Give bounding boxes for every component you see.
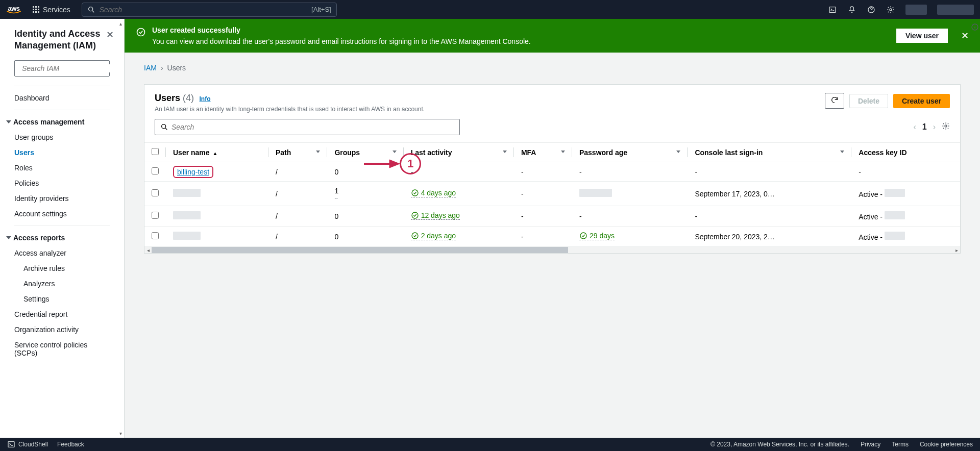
cloudshell-icon[interactable] xyxy=(828,5,837,14)
select-all-checkbox[interactable] xyxy=(152,148,159,155)
sidebar-item-archive-rules[interactable]: Archive rules xyxy=(0,261,124,276)
row-checkbox[interactable] xyxy=(152,167,159,174)
chevron-down-icon xyxy=(316,151,320,153)
search-icon xyxy=(87,6,95,14)
sidebar-item-user-groups[interactable]: User groups xyxy=(0,130,124,145)
cell-signin: - xyxy=(688,206,851,227)
table-settings-button[interactable] xyxy=(942,122,950,132)
sidebar-item-account-settings[interactable]: Account settings xyxy=(0,206,124,221)
global-search[interactable]: [Alt+S] xyxy=(82,3,337,17)
account-menu[interactable] xyxy=(937,5,974,15)
prev-page-button[interactable]: ‹ xyxy=(913,122,916,132)
redacted-user xyxy=(173,211,201,219)
table-search-input[interactable] xyxy=(172,123,454,131)
sidebar-item-roles[interactable]: Roles xyxy=(0,160,124,176)
breadcrumb-iam[interactable]: IAM xyxy=(144,64,157,72)
cell-signin: September 20, 2023, 2… xyxy=(688,227,851,247)
sidebar-group-access[interactable]: Access management xyxy=(0,114,124,130)
col-last-activity[interactable]: Last activity xyxy=(404,143,514,162)
sidebar-item-org-activity[interactable]: Organization activity xyxy=(0,322,124,337)
settings-icon[interactable] xyxy=(886,5,895,14)
notifications-icon[interactable] xyxy=(847,5,856,14)
row-checkbox[interactable] xyxy=(152,189,159,196)
col-mfa[interactable]: MFA xyxy=(514,143,572,162)
sidebar-item-access-analyzer[interactable]: Access analyzer xyxy=(0,245,124,261)
info-panel-toggle[interactable] xyxy=(970,22,980,32)
sidebar-item-identity-providers[interactable]: Identity providers xyxy=(0,191,124,206)
svg-point-4 xyxy=(890,9,892,11)
svg-line-12 xyxy=(165,128,167,130)
col-path[interactable]: Path xyxy=(268,143,327,162)
svg-point-10 xyxy=(137,29,145,36)
cloudshell-link[interactable]: CloudShell xyxy=(7,440,48,448)
chevron-down-icon xyxy=(6,236,11,239)
aws-logo[interactable]: aws xyxy=(6,5,21,14)
delete-button[interactable]: Delete xyxy=(849,94,888,108)
table-search[interactable] xyxy=(155,119,460,135)
help-icon[interactable] xyxy=(867,5,876,14)
top-navigation: aws Services [Alt+S] xyxy=(0,0,980,19)
cookie-link[interactable]: Cookie preferences xyxy=(920,441,973,448)
row-checkbox[interactable] xyxy=(152,232,159,239)
close-sidebar-icon[interactable]: ✕ xyxy=(106,29,114,40)
row-checkbox[interactable] xyxy=(152,212,159,219)
cell-access-key: Active - xyxy=(851,227,960,247)
sidebar-search[interactable] xyxy=(14,60,110,77)
view-user-button[interactable]: View user xyxy=(896,29,948,43)
table-header-row: User name▲ Path Groups Last activity MFA… xyxy=(144,143,960,162)
services-button[interactable]: Services xyxy=(29,4,75,16)
chevron-down-icon xyxy=(561,151,565,153)
col-user-name[interactable]: User name▲ xyxy=(166,143,268,162)
redacted-value xyxy=(885,189,905,197)
region-selector[interactable] xyxy=(905,5,927,15)
redacted-value xyxy=(885,211,905,219)
cell-mfa: - xyxy=(514,206,572,227)
cell-password-age xyxy=(572,182,688,206)
cell-password-age: - xyxy=(572,162,688,182)
sidebar-scrollbar[interactable]: ▴▾ xyxy=(117,19,124,438)
divider xyxy=(14,110,110,110)
sidebar-item-policies[interactable]: Policies xyxy=(0,176,124,191)
close-banner-icon[interactable]: ✕ xyxy=(961,30,969,41)
next-page-button[interactable]: › xyxy=(933,122,936,132)
sidebar-item-scps[interactable]: Service control policies (SCPs) xyxy=(0,337,124,361)
col-password-age[interactable]: Password age xyxy=(572,143,688,162)
col-groups[interactable]: Groups xyxy=(327,143,403,162)
cell-access-key: Active - xyxy=(851,206,960,227)
info-link[interactable]: Info xyxy=(200,95,211,103)
sidebar-item-analyzers[interactable]: Analyzers xyxy=(0,276,124,291)
feedback-link[interactable]: Feedback xyxy=(57,441,84,448)
success-banner: User created successfully You can view a… xyxy=(125,19,980,53)
global-search-input[interactable] xyxy=(100,6,307,14)
success-icon xyxy=(136,27,146,37)
col-access-key[interactable]: Access key ID xyxy=(851,143,960,162)
sidebar-group-reports[interactable]: Access reports xyxy=(0,230,124,245)
search-hint: [Alt+S] xyxy=(311,6,331,13)
sidebar-item-users[interactable]: Users xyxy=(0,145,124,160)
cell-mfa: - xyxy=(514,162,572,182)
sidebar-item-credential-report[interactable]: Credential report xyxy=(0,307,124,322)
divider xyxy=(14,225,110,226)
terms-link[interactable]: Terms xyxy=(892,441,909,448)
privacy-link[interactable]: Privacy xyxy=(861,441,880,448)
svg-rect-2 xyxy=(829,7,836,12)
horizontal-scrollbar[interactable]: ◂▸ xyxy=(144,247,960,253)
create-user-button[interactable]: Create user xyxy=(893,94,950,108)
sidebar-item-settings[interactable]: Settings xyxy=(0,291,124,307)
refresh-button[interactable] xyxy=(825,93,844,109)
svg-point-17 xyxy=(580,233,586,239)
sidebar-search-input[interactable] xyxy=(22,64,112,72)
cell-activity: 4 days ago xyxy=(404,182,514,206)
banner-title: User created successfully xyxy=(152,26,890,34)
user-link[interactable]: billing-test xyxy=(173,166,213,178)
cell-groups: 0 xyxy=(327,206,403,227)
sidebar-item-dashboard[interactable]: Dashboard xyxy=(0,90,124,106)
col-console-signin[interactable]: Console last sign-in xyxy=(688,143,851,162)
activity-status: 2 days ago xyxy=(411,232,456,240)
cell-path: / xyxy=(268,206,327,227)
users-panel: Users (4) Info An IAM user is an identit… xyxy=(144,84,961,254)
cell-signin: - xyxy=(688,162,851,182)
cell-path: / xyxy=(268,162,327,182)
sidebar-title: Identity and Access Management (IAM) xyxy=(14,28,102,52)
cell-mfa: - xyxy=(514,182,572,206)
